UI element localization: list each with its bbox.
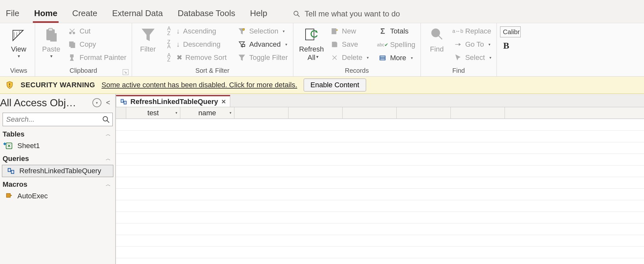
column-header-empty[interactable]	[451, 107, 505, 118]
select-label: Select	[465, 53, 485, 62]
goto-button[interactable]: Go To ▾	[452, 40, 493, 49]
replace-label: Replace	[465, 27, 491, 35]
chevron-down-icon: ▾	[316, 56, 318, 58]
navgroup-macros[interactable]: Macros ︿	[0, 178, 115, 190]
refresh-icon	[304, 26, 319, 44]
save-label: Save	[342, 40, 358, 49]
delete-icon	[330, 54, 339, 61]
navpane-menu-button[interactable]: ▾	[92, 98, 101, 107]
spelling-button[interactable]: abc✔ Spelling	[376, 40, 417, 50]
chevron-down-icon: ▾	[283, 29, 285, 33]
select-button[interactable]: Select ▾	[452, 53, 493, 62]
goto-label: Go To	[465, 40, 484, 49]
ascending-button[interactable]: AZ ↓ Ascending	[163, 26, 229, 36]
group-views-label: Views	[6, 66, 32, 76]
navgroup-queries[interactable]: Queries ︿	[0, 152, 115, 164]
tab-home[interactable]: Home	[33, 6, 58, 23]
copy-label: Copy	[80, 40, 96, 49]
toggle-filter-button[interactable]: Toggle Filter	[236, 53, 290, 62]
format-painter-label: Format Painter	[80, 53, 127, 62]
search-icon	[102, 116, 110, 123]
chevron-down-icon: ▾	[285, 42, 287, 47]
tab-external-data[interactable]: External Data	[111, 6, 164, 23]
new-record-button[interactable]: New	[328, 26, 371, 36]
clipboard-dialog-launcher[interactable]: ↘	[123, 69, 128, 75]
row-selector-header[interactable]	[116, 107, 126, 118]
column-header-empty[interactable]	[397, 107, 451, 118]
chevron-down-icon: ▾	[18, 55, 20, 57]
ascending-label: Ascending	[183, 27, 216, 35]
column-dropdown-icon[interactable]: ▾	[175, 111, 177, 115]
format-painter-button[interactable]: Format Painter	[66, 53, 128, 62]
navitem-refreshlinkedtablequery[interactable]: RefreshLinkedTableQuery	[2, 165, 113, 177]
totals-button[interactable]: Σ Totals	[376, 26, 417, 36]
navitem-sheet1[interactable]: ◆ Sheet1	[0, 140, 115, 152]
tab-help[interactable]: Help	[249, 6, 268, 23]
find-button[interactable]: Find	[424, 24, 450, 55]
svg-rect-12	[51, 33, 56, 41]
font-name-combo[interactable]: Calibr	[500, 26, 521, 37]
refresh-all-label: Refresh All	[299, 45, 324, 62]
refresh-all-button[interactable]: Refresh All ▾	[297, 24, 327, 59]
security-warning-bar: SECURITY WARNING Some active content has…	[0, 77, 644, 94]
svg-rect-10	[49, 28, 52, 31]
advanced-button[interactable]: Advanced ▾	[236, 40, 290, 49]
chevron-up-icon: ︿	[106, 131, 111, 138]
bold-button[interactable]: B	[500, 41, 513, 51]
tell-me-search[interactable]: Tell me what you want to do	[293, 9, 400, 23]
column-header-empty[interactable]	[505, 107, 644, 118]
navgroup-tables[interactable]: Tables ︿	[0, 127, 115, 140]
svg-rect-47	[11, 170, 14, 174]
navpane-collapse-button[interactable]: <	[104, 99, 112, 107]
copy-icon	[68, 41, 76, 48]
column-header-empty[interactable]	[289, 107, 343, 118]
navitem-autoexec[interactable]: AutoExec	[0, 190, 115, 202]
selection-button[interactable]: Selection ▾	[236, 26, 290, 36]
column-header-test[interactable]: test ▾	[126, 107, 180, 118]
tab-file[interactable]: File	[5, 6, 20, 23]
sigma-icon: Σ	[378, 27, 387, 36]
navpane-title[interactable]: All Access Obj…	[0, 97, 90, 109]
group-find-label: Find	[424, 66, 493, 76]
column-header-name[interactable]: name ▾	[180, 107, 234, 118]
remove-sort-button[interactable]: AZ ✖ Remove Sort	[163, 52, 229, 63]
security-warning-message[interactable]: Some active content has been disabled. C…	[101, 81, 297, 89]
descending-button[interactable]: ZA ↓ Descending	[163, 39, 229, 50]
column-dropdown-icon[interactable]: ▾	[230, 111, 232, 115]
navgroup-queries-label: Queries	[3, 155, 29, 163]
toggle-filter-icon	[238, 54, 246, 61]
svg-rect-34	[380, 56, 385, 60]
view-button[interactable]: View ▾	[6, 24, 32, 59]
remove-sort-icon: AZ	[165, 53, 173, 62]
cut-button[interactable]: Cut	[66, 26, 128, 36]
funnel-icon	[141, 26, 155, 44]
group-clipboard-label: Clipboard ↘	[38, 66, 128, 76]
copy-button[interactable]: Copy	[66, 40, 128, 49]
new-label: New	[342, 27, 356, 35]
chevron-up-icon: ︿	[106, 156, 111, 162]
security-warning-title: SECURITY WARNING	[21, 81, 95, 89]
save-record-button[interactable]: Save	[328, 40, 371, 49]
more-button[interactable]: More ▾	[376, 53, 417, 63]
enable-content-button[interactable]: Enable Content	[304, 79, 366, 91]
close-tab-button[interactable]: ✕	[221, 98, 226, 105]
svg-point-21	[243, 28, 245, 30]
replace-button[interactable]: a↔b Replace	[452, 26, 493, 36]
tab-create[interactable]: Create	[71, 6, 98, 23]
cursor-icon	[454, 54, 462, 61]
navitem-label: AutoExec	[17, 192, 48, 200]
navpane-search[interactable]	[3, 113, 113, 126]
grid-body[interactable]	[116, 119, 644, 264]
view-label: View	[11, 45, 26, 53]
tab-database-tools[interactable]: Database Tools	[177, 6, 236, 23]
svg-rect-30	[333, 45, 336, 47]
datasheet-grid[interactable]: test ▾ name ▾	[116, 107, 644, 264]
column-header-empty[interactable]	[234, 107, 289, 118]
delete-record-button[interactable]: Delete ▾	[328, 53, 371, 62]
filter-button[interactable]: Filter	[135, 24, 161, 55]
navpane-search-input[interactable]	[3, 115, 102, 124]
column-header-empty[interactable]	[343, 107, 397, 118]
doc-tab-refreshlinkedtablequery[interactable]: RefreshLinkedTableQuery ✕	[116, 95, 230, 107]
svg-marker-40	[459, 43, 460, 46]
paste-button[interactable]: Paste ▾	[38, 24, 64, 59]
